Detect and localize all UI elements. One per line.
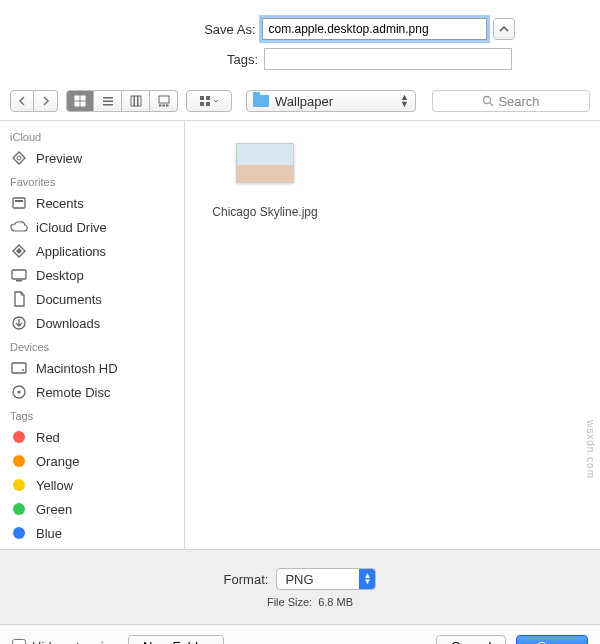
svg-rect-16 — [200, 102, 204, 106]
tag-dot-green — [10, 500, 28, 518]
tag-dot-purple — [10, 548, 28, 549]
sidebar-item-recents[interactable]: Recents — [0, 191, 184, 215]
grid-icon — [74, 95, 86, 107]
sidebar-section-favorites: Favorites — [0, 170, 184, 191]
save-as-row: Save As: — [86, 18, 515, 40]
view-mode-selector — [66, 90, 178, 112]
group-by-button[interactable] — [186, 90, 232, 112]
tag-dot-blue — [10, 524, 28, 542]
tag-dot-yellow — [10, 476, 28, 494]
list-icon — [102, 95, 114, 107]
nav-button-group — [10, 90, 58, 112]
sidebar-item-documents[interactable]: Documents — [0, 287, 184, 311]
sidebar-tag-purple[interactable]: Purple — [0, 545, 184, 549]
svg-rect-6 — [103, 104, 113, 106]
svg-rect-8 — [134, 96, 137, 106]
search-field[interactable]: Search — [432, 90, 590, 112]
sidebar-section-devices: Devices — [0, 335, 184, 356]
sidebar: iCloud Preview Favorites Recents iCloud … — [0, 121, 185, 549]
desktop-icon — [10, 266, 28, 284]
sidebar-tag-orange[interactable]: Orange — [0, 449, 184, 473]
sidebar-item-label: Remote Disc — [36, 385, 110, 400]
sidebar-tag-blue[interactable]: Blue — [0, 521, 184, 545]
view-gallery-button[interactable] — [150, 90, 178, 112]
file-thumbnail — [236, 143, 294, 183]
sidebar-item-icloud-drive[interactable]: iCloud Drive — [0, 215, 184, 239]
hide-extension-label: Hide extension — [32, 639, 118, 645]
sidebar-tag-green[interactable]: Green — [0, 497, 184, 521]
sidebar-item-downloads[interactable]: Downloads — [0, 311, 184, 335]
tags-label: Tags: — [88, 52, 258, 67]
hide-extension-checkbox[interactable]: Hide extension — [12, 639, 118, 645]
sidebar-section-icloud: iCloud — [0, 125, 184, 146]
svg-rect-3 — [81, 102, 85, 106]
sidebar-item-label: Downloads — [36, 316, 100, 331]
save-as-label: Save As: — [86, 22, 256, 37]
sidebar-tag-red[interactable]: Red — [0, 425, 184, 449]
svg-rect-1 — [81, 96, 85, 100]
search-icon — [482, 95, 494, 107]
filesize-label: File Size: — [267, 596, 312, 608]
format-row: Format: PNG ▲▼ — [224, 568, 377, 590]
cancel-button[interactable]: Cancel — [436, 635, 506, 644]
columns-icon — [130, 95, 142, 107]
forward-button[interactable] — [34, 90, 58, 112]
recents-icon — [10, 194, 28, 212]
applications-icon — [10, 242, 28, 260]
grid-small-icon — [199, 95, 211, 107]
sidebar-tag-yellow[interactable]: Yellow — [0, 473, 184, 497]
svg-rect-4 — [103, 97, 113, 99]
sidebar-item-desktop[interactable]: Desktop — [0, 263, 184, 287]
format-value: PNG — [285, 572, 313, 587]
svg-rect-12 — [162, 105, 165, 107]
watermark: wsxdn.com — [585, 420, 596, 479]
svg-rect-17 — [206, 102, 210, 106]
back-button[interactable] — [10, 90, 34, 112]
sidebar-item-label: Blue — [36, 526, 62, 541]
sidebar-item-label: Orange — [36, 454, 79, 469]
sidebar-item-label: Macintosh HD — [36, 361, 118, 376]
cloud-icon — [10, 218, 28, 236]
svg-rect-0 — [75, 96, 79, 100]
main-area: iCloud Preview Favorites Recents iCloud … — [0, 121, 600, 549]
documents-icon — [10, 290, 28, 308]
save-as-input[interactable] — [262, 18, 487, 40]
disc-icon — [10, 383, 28, 401]
location-popup[interactable]: Wallpaper ▲▼ — [246, 90, 416, 112]
tags-row: Tags: — [88, 48, 512, 70]
gallery-icon — [158, 95, 170, 107]
svg-rect-11 — [159, 105, 162, 107]
svg-point-26 — [22, 369, 24, 371]
sidebar-item-macintosh-hd[interactable]: Macintosh HD — [0, 356, 184, 380]
expand-toggle-button[interactable] — [493, 18, 515, 40]
sidebar-item-label: iCloud Drive — [36, 220, 107, 235]
tags-input[interactable] — [264, 48, 512, 70]
bottom-bar: Hide extension New Folder Cancel Save — [0, 624, 600, 644]
svg-rect-15 — [206, 96, 210, 100]
file-browser[interactable]: Chicago Skyline.jpg — [185, 121, 600, 549]
new-folder-button[interactable]: New Folder — [128, 635, 224, 644]
search-placeholder: Search — [498, 94, 539, 109]
view-icon-button[interactable] — [66, 90, 94, 112]
sidebar-item-preview[interactable]: Preview — [0, 146, 184, 170]
svg-rect-5 — [103, 101, 113, 103]
save-button[interactable]: Save — [516, 635, 588, 644]
view-list-button[interactable] — [94, 90, 122, 112]
format-select[interactable]: PNG ▲▼ — [276, 568, 376, 590]
updown-icon: ▲▼ — [400, 94, 409, 108]
preview-app-icon — [10, 149, 28, 167]
hide-extension-input[interactable] — [12, 639, 26, 644]
sidebar-item-label: Preview — [36, 151, 82, 166]
sidebar-item-applications[interactable]: Applications — [0, 239, 184, 263]
svg-rect-21 — [15, 200, 23, 202]
hdd-icon — [10, 359, 28, 377]
view-columns-button[interactable] — [122, 90, 150, 112]
svg-rect-14 — [200, 96, 204, 100]
format-label: Format: — [224, 572, 269, 587]
chevron-up-icon — [499, 24, 509, 34]
sidebar-section-tags: Tags — [0, 404, 184, 425]
file-item[interactable]: Chicago Skyline.jpg — [205, 137, 325, 533]
sidebar-item-remote-disc[interactable]: Remote Disc — [0, 380, 184, 404]
tag-dot-orange — [10, 452, 28, 470]
svg-point-28 — [18, 391, 21, 394]
